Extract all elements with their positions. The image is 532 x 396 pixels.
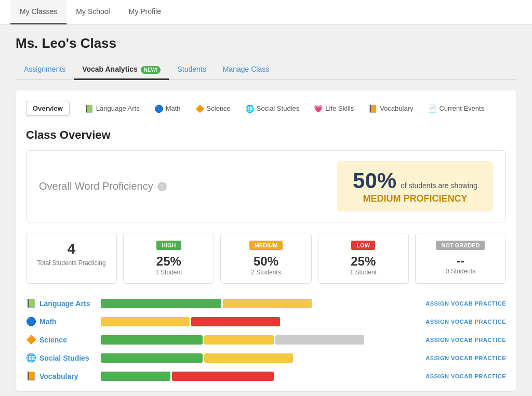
subject-tab-social-studies[interactable]: 🌐Social Studies (239, 101, 305, 116)
subject-tab-label: Social Studies (257, 104, 299, 112)
tab-manage-class[interactable]: Manage Class (215, 60, 278, 80)
stat-not-graded: NOT GRADED -- 0 Students (415, 233, 506, 284)
vocabulary-icon: 📙 (368, 104, 377, 113)
language-arts-icon: 📗 (85, 104, 94, 113)
subject-tab-language-arts[interactable]: 📗Language Arts (78, 101, 146, 116)
assign-vocab-link-social-studies[interactable]: ASSIGN VOCAB PRACTICE (425, 355, 506, 361)
proficiency-label-text: Overall Word Proficiency (39, 180, 153, 192)
medium-pct: 50% (229, 254, 302, 269)
subject-tab-science[interactable]: 🔶Science (189, 101, 237, 116)
bar-container (101, 299, 418, 308)
subject-label: Language Arts (39, 299, 90, 308)
subject-tab-label: Science (207, 104, 231, 112)
notgraded-badge: NOT GRADED (436, 241, 485, 250)
section-title: Class Overview (26, 128, 506, 142)
bar-container (101, 372, 418, 381)
tab-vocab-analytics[interactable]: Vocab AnalyticsNEW! (74, 60, 169, 80)
high-pct: 25% (132, 254, 205, 269)
help-icon[interactable]: ? (157, 182, 167, 191)
subject-row: 🔵MathASSIGN VOCAB PRACTICE (26, 316, 506, 326)
vocabulary-icon: 📙 (26, 371, 36, 381)
subject-name-language-arts[interactable]: 📗Language Arts (26, 298, 94, 308)
high-students: 1 Student (132, 269, 205, 276)
subject-tab-math[interactable]: 🔵Math (148, 101, 187, 116)
subject-tab-vocabulary[interactable]: 📙Vocabulary (362, 101, 419, 116)
subject-label: Vocabulary (39, 372, 78, 380)
bar-container (101, 335, 418, 345)
subject-name-math[interactable]: 🔵Math (26, 316, 94, 326)
low-pct: 25% (327, 254, 400, 269)
page-content: Ms. Leo's Class AssignmentsVocab Analyti… (0, 25, 532, 396)
bar-segment-green (101, 299, 221, 308)
stats-row: 4 Total Students Practicing HIGH 25% 1 S… (26, 233, 506, 284)
low-students: 1 Student (327, 269, 400, 276)
subject-tabs: Overview📗Language Arts🔵Math🔶Science🌐Soci… (26, 101, 506, 116)
subject-row: 📙VocabularyASSIGN VOCAB PRACTICE (26, 371, 506, 381)
assign-vocab-link-math[interactable]: ASSIGN VOCAB PRACTICE (425, 319, 506, 325)
tab-badge: NEW! (141, 66, 161, 74)
subject-rows: 📗Language ArtsASSIGN VOCAB PRACTICE🔵Math… (26, 298, 506, 381)
bar-segment-green (101, 335, 203, 345)
stat-low: LOW 25% 1 Student (318, 233, 409, 284)
top-nav-item-my-profile[interactable]: My Profile (119, 0, 170, 24)
bar-segment-yellow (204, 353, 293, 363)
subject-tab-overview[interactable]: Overview (26, 101, 70, 116)
current-events-icon: 📄 (428, 104, 436, 113)
language-arts-icon: 📗 (26, 298, 36, 308)
bar-segment-yellow (101, 317, 190, 326)
main-card: Overview📗Language Arts🔵Math🔶Science🌐Soci… (16, 90, 516, 391)
subject-tab-label: Life Skills (325, 104, 354, 112)
proficiency-box: Overall Word Proficiency ? 50% of studen… (26, 150, 506, 222)
subject-label: Social Studies (39, 354, 89, 362)
proficiency-of-students: of students are showing (401, 181, 477, 190)
total-number: 4 (35, 241, 108, 257)
tab-assignments[interactable]: Assignments (16, 60, 74, 80)
subject-row: 🌐Social StudiesASSIGN VOCAB PRACTICE (26, 353, 506, 363)
subject-name-science[interactable]: 🔶Science (26, 335, 94, 345)
subject-tab-label: Math (166, 104, 181, 112)
life-skills-icon: 💗 (314, 104, 323, 113)
proficiency-result: 50% of students are showing MEDIUM PROFI… (337, 161, 493, 212)
bar-container (101, 353, 418, 363)
low-badge: LOW (351, 241, 375, 250)
subject-tab-label: Language Arts (96, 104, 140, 112)
proficiency-percentage: 50% (353, 168, 396, 193)
top-nav-item-my-classes[interactable]: My Classes (10, 0, 66, 24)
page-title: Ms. Leo's Class (16, 35, 516, 51)
subject-name-social-studies[interactable]: 🌐Social Studies (26, 353, 94, 363)
math-icon: 🔵 (154, 104, 163, 113)
subject-tab-life-skills[interactable]: 💗Life Skills (308, 101, 360, 116)
subject-tab-label: Vocabulary (380, 104, 413, 112)
main-tabs: AssignmentsVocab AnalyticsNEW!StudentsMa… (16, 60, 516, 80)
bar-segment-red (172, 372, 274, 381)
subject-tab-label: Overview (33, 104, 63, 112)
bar-segment-green (101, 353, 203, 363)
math-icon: 🔵 (26, 316, 36, 326)
subject-name-vocabulary[interactable]: 📙Vocabulary (26, 371, 94, 381)
subject-row: 📗Language ArtsASSIGN VOCAB PRACTICE (26, 298, 506, 308)
bar-container (101, 317, 418, 326)
assign-vocab-link-science[interactable]: ASSIGN VOCAB PRACTICE (425, 337, 506, 343)
total-label: Total Students Practicing (35, 259, 108, 267)
notgraded-value: -- (424, 254, 497, 268)
subject-label: Science (39, 336, 67, 344)
assign-vocab-link-language-arts[interactable]: ASSIGN VOCAB PRACTICE (425, 300, 506, 307)
bar-segment-green (101, 372, 170, 381)
assign-vocab-link-vocabulary[interactable]: ASSIGN VOCAB PRACTICE (425, 373, 506, 379)
medium-students: 2 Students (229, 269, 302, 276)
tab-students[interactable]: Students (169, 60, 214, 80)
subject-tab-divider (74, 103, 74, 114)
stat-high: HIGH 25% 1 Student (123, 233, 214, 284)
high-badge: HIGH (156, 241, 181, 250)
proficiency-label: Overall Word Proficiency ? (39, 180, 167, 192)
bar-segment-red (191, 317, 280, 326)
medium-badge: MEDIUM (249, 241, 283, 250)
subject-tab-label: Current Events (439, 104, 484, 112)
bar-segment-yellow (204, 335, 274, 345)
top-nav-item-my-school[interactable]: My School (66, 0, 119, 24)
science-icon: 🔶 (195, 104, 204, 113)
subject-tab-current-events[interactable]: 📄Current Events (421, 101, 490, 116)
subject-row: 🔶ScienceASSIGN VOCAB PRACTICE (26, 335, 506, 345)
top-navigation: My ClassesMy SchoolMy Profile (0, 0, 532, 25)
proficiency-level: MEDIUM PROFICIENCY (363, 193, 467, 204)
